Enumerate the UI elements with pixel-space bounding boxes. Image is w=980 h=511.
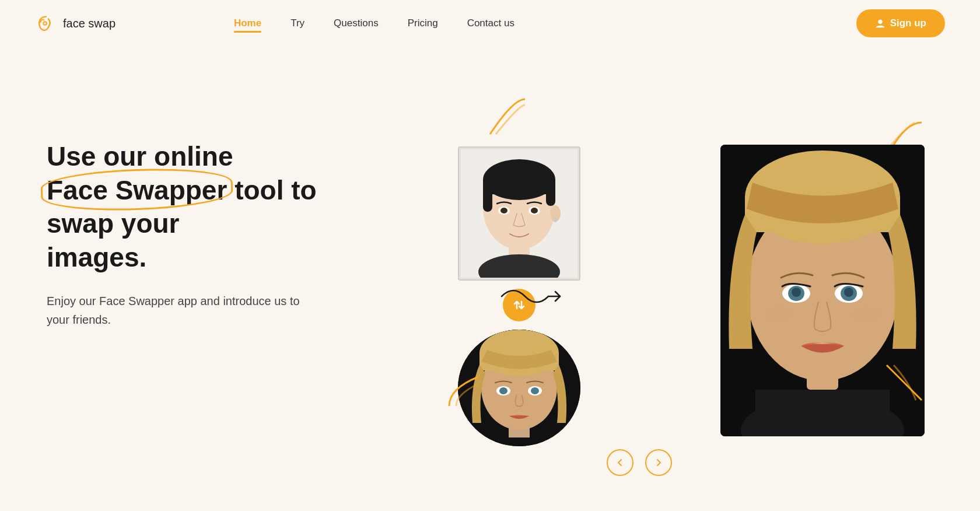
nav-links: Home Try Questions Pricing Contact us xyxy=(234,18,514,29)
main-content: Use our online Face Swapper tool to swap… xyxy=(0,47,980,511)
svg-point-22 xyxy=(499,387,508,394)
signup-button[interactable]: Sign up xyxy=(856,9,945,37)
result-section xyxy=(712,70,933,511)
logo-text: face swap xyxy=(63,17,116,30)
svg-rect-8 xyxy=(483,180,492,212)
squiggle-arrow xyxy=(496,279,566,314)
svg-point-34 xyxy=(792,288,801,297)
svg-point-1 xyxy=(878,20,882,24)
hero-section: Use our online Face Swapper tool to swap… xyxy=(47,70,327,511)
arc-bottom-left-decoration xyxy=(443,371,484,412)
male-face-illustration xyxy=(461,149,578,278)
user-icon xyxy=(875,18,886,29)
navbar: face swap Home Try Questions Pricing Con… xyxy=(0,0,980,47)
hero-heading: Use our online Face Swapper tool to swap… xyxy=(47,140,327,274)
svg-point-15 xyxy=(554,219,557,222)
result-arc-bottom xyxy=(881,359,928,406)
nav-home[interactable]: Home xyxy=(234,18,261,29)
svg-rect-9 xyxy=(546,180,555,206)
pagination xyxy=(607,449,672,476)
arc-top-right-decoration xyxy=(484,93,531,140)
svg-rect-27 xyxy=(755,390,890,436)
face-swapper-highlight: Face Swapper xyxy=(47,174,227,208)
svg-point-37 xyxy=(844,288,853,297)
logo[interactable]: face swap xyxy=(35,12,116,34)
nav-questions[interactable]: Questions xyxy=(334,18,379,29)
chevron-left-icon xyxy=(615,458,625,467)
svg-rect-7 xyxy=(483,180,555,194)
center-swap-section xyxy=(327,70,712,511)
hero-subtitle: Enjoy our Face Swapper app and introduce… xyxy=(47,292,327,329)
nav-try[interactable]: Try xyxy=(290,18,304,29)
svg-point-0 xyxy=(43,22,47,25)
prev-button[interactable] xyxy=(607,449,634,476)
nav-pricing[interactable]: Pricing xyxy=(408,18,438,29)
svg-point-39 xyxy=(852,307,881,321)
chevron-right-icon xyxy=(654,458,663,467)
source-face-image xyxy=(458,146,580,281)
svg-point-38 xyxy=(764,307,793,321)
next-button[interactable] xyxy=(645,449,672,476)
svg-point-13 xyxy=(531,208,538,214)
logo-icon xyxy=(35,12,57,34)
svg-point-11 xyxy=(501,208,508,214)
svg-point-24 xyxy=(531,387,539,394)
nav-contact[interactable]: Contact us xyxy=(467,18,514,29)
